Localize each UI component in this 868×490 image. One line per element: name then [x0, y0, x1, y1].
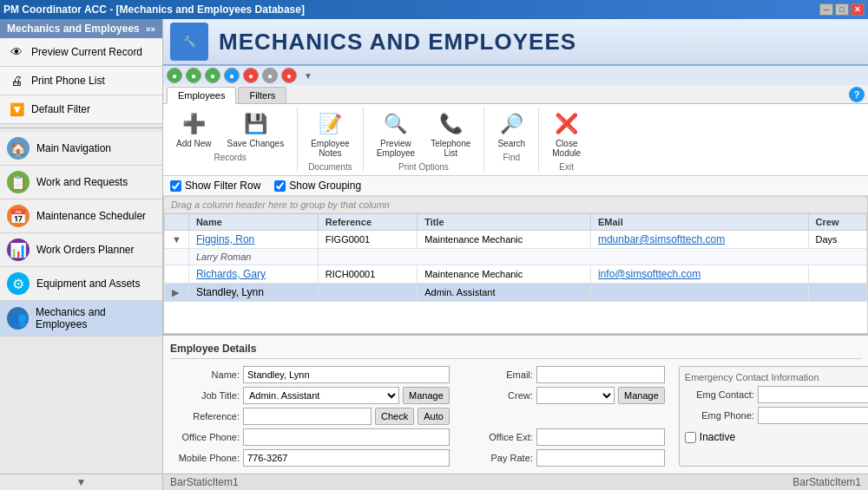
email-row: Email:	[464, 366, 665, 383]
telephone-list-button[interactable]: 📞 TelephoneList	[424, 108, 477, 160]
mechanics-employees-icon: 👥	[7, 307, 29, 330]
work-orders-planner-icon: 📊	[7, 238, 30, 261]
table-row-selected[interactable]: ▶ Standley, Lynn Admin. Assistant	[165, 284, 867, 302]
toolbar-btn-2[interactable]: ●	[186, 68, 201, 83]
mobile-phone-input[interactable]	[243, 449, 450, 467]
add-new-button[interactable]: ➕ Add New	[170, 108, 218, 151]
show-grouping-label[interactable]: Show Grouping	[274, 180, 361, 192]
crew-select[interactable]	[536, 387, 615, 404]
add-new-label: Add New	[176, 139, 212, 148]
inactive-label[interactable]: Inactive	[685, 431, 735, 443]
office-phone-input[interactable]	[243, 428, 450, 446]
minimize-btn[interactable]: ─	[819, 3, 833, 16]
details-col-2: Email: Crew: Manage Office Ext:	[464, 366, 665, 467]
toolbar-arrow[interactable]: ▼	[304, 71, 312, 81]
email-input[interactable]	[536, 366, 665, 383]
save-changes-button[interactable]: 💾 Save Changes	[221, 108, 291, 151]
col-reference[interactable]: Reference	[318, 214, 417, 231]
sidebar-item-print[interactable]: 🖨 Print Phone List	[0, 67, 162, 95]
maintenance-scheduler-icon: 📅	[7, 205, 30, 227]
office-phone-row: Office Phone:	[170, 428, 450, 446]
emg-phone-input[interactable]	[758, 407, 868, 424]
sidebar-item-filter[interactable]: 🔽 Default Filter	[0, 95, 162, 124]
tab-employees[interactable]: Employees	[167, 87, 236, 104]
tab-filters[interactable]: Filters	[238, 87, 286, 103]
toolbar-btn-1[interactable]: ●	[167, 68, 182, 83]
mobile-phone-row: Mobile Phone:	[170, 449, 450, 467]
title-bar-text: PM Coordinator ACC - [Mechanics and Empl…	[3, 3, 305, 16]
show-filter-row-text: Show Filter Row	[185, 180, 260, 192]
preview-employee-button[interactable]: 🔍 PreviewEmployee	[371, 108, 421, 160]
col-email[interactable]: EMail	[590, 214, 808, 231]
search-label: Search	[497, 139, 525, 148]
row-expander-1[interactable]: ▼	[165, 231, 189, 249]
office-ext-input[interactable]	[536, 428, 665, 446]
inactive-checkbox[interactable]	[685, 432, 696, 443]
reference-row: Reference: Check Auto	[170, 408, 450, 425]
show-filter-row-checkbox[interactable]	[170, 180, 181, 192]
employee-notes-label: EmployeeNotes	[311, 139, 349, 158]
grid-area: Drag a column header here to group by th…	[163, 196, 868, 334]
row-1-crew: Days	[808, 231, 866, 249]
ribbon-find-buttons: 🔎 Search	[491, 108, 531, 151]
crew-manage-btn[interactable]: Manage	[618, 387, 665, 404]
toolbar-btn-4[interactable]: ●	[224, 68, 240, 83]
sidebar-bottom-arrow[interactable]: ▼	[76, 476, 87, 488]
search-button[interactable]: 🔎 Search	[491, 108, 531, 151]
close-btn[interactable]: ✕	[851, 3, 865, 16]
sidebar-item-maintenance-scheduler[interactable]: 📅 Maintenance Scheduler	[0, 199, 162, 233]
ribbon-group-exit: ❌ CloseModule Exit	[546, 108, 594, 172]
table-row[interactable]: Richards, Gary RICH00001 Maintenance Mec…	[165, 265, 867, 284]
close-module-button[interactable]: ❌ CloseModule	[546, 108, 587, 160]
sidebar-item-equipment-assets[interactable]: ⚙ Equipment and Assets	[0, 267, 162, 301]
reference-label: Reference:	[170, 411, 240, 421]
pay-rate-input[interactable]	[536, 449, 665, 467]
show-grouping-checkbox[interactable]	[274, 180, 286, 192]
table-row[interactable]: ▼ Figgins, Ron FIGG0001 Maintenance Mech…	[165, 231, 867, 249]
row-3-ref	[318, 284, 417, 302]
col-name[interactable]: Name	[188, 214, 318, 231]
toolbar-btn-7[interactable]: ●	[281, 68, 297, 83]
sidebar-collapse-btn[interactable]: »»	[146, 24, 155, 34]
auto-btn[interactable]: Auto	[418, 408, 450, 425]
sidebar-item-preview[interactable]: 👁 Preview Current Record	[0, 38, 162, 67]
sidebar-item-mechanics-employees[interactable]: 👥 Mechanics and Employees	[0, 301, 162, 336]
sidebar-item-preview-label: Preview Current Record	[31, 46, 142, 58]
pay-rate-label: Pay Rate:	[464, 453, 533, 463]
name-input[interactable]	[243, 366, 450, 383]
sidebar-bottom: ▼	[0, 474, 162, 490]
row-1-name[interactable]: Figgins, Ron	[188, 231, 318, 249]
emg-contact-input[interactable]	[758, 386, 868, 403]
row-2-name[interactable]: Richards, Gary	[188, 265, 318, 284]
row-2-name-link[interactable]: Richards, Gary	[196, 268, 266, 280]
toolbar-btn-3[interactable]: ●	[205, 68, 220, 83]
col-expander	[165, 214, 189, 231]
check-btn[interactable]: Check	[375, 408, 414, 425]
toolbar-btn-5[interactable]: ●	[243, 68, 259, 83]
emg-contact-row: Emg Contact:	[685, 386, 868, 403]
equipment-assets-label: Equipment and Assets	[36, 278, 140, 290]
row-1-name-link[interactable]: Figgins, Ron	[196, 233, 254, 245]
reference-input[interactable]	[243, 408, 372, 425]
row-1-email-link[interactable]: mdunbar@simsofttech.com	[598, 233, 725, 245]
col-title[interactable]: Title	[418, 214, 591, 231]
row-2-email-link[interactable]: info@simsofttech.com	[598, 268, 700, 280]
restore-btn[interactable]: □	[835, 3, 849, 16]
show-filter-row-label[interactable]: Show Filter Row	[170, 180, 260, 192]
col-crew[interactable]: Crew	[808, 214, 866, 231]
sidebar-item-main-navigation[interactable]: 🏠 Main Navigation	[0, 132, 162, 166]
row-3-name[interactable]: Standley, Lynn	[188, 284, 318, 302]
ribbon-group-documents: 📝 EmployeeNotes Documents	[305, 108, 363, 172]
sidebar-item-work-requests[interactable]: 📋 Work and Requests	[0, 166, 162, 199]
help-button[interactable]: ?	[849, 87, 865, 102]
sidebar-item-work-orders-planner[interactable]: 📊 Work Orders Planner	[0, 233, 162, 267]
subrow-expander	[165, 249, 189, 265]
work-orders-planner-label: Work Orders Planner	[36, 244, 134, 256]
job-title-select[interactable]: Admin. Assistant	[243, 387, 399, 404]
toolbar-btn-6[interactable]: ●	[262, 68, 278, 83]
app-container: Mechanics and Employees »» 👁 Preview Cur…	[0, 19, 868, 490]
job-title-manage-btn[interactable]: Manage	[403, 387, 450, 404]
employee-notes-button[interactable]: 📝 EmployeeNotes	[305, 108, 355, 160]
equipment-assets-icon: ⚙	[7, 272, 30, 295]
row-2-crew	[808, 265, 866, 284]
